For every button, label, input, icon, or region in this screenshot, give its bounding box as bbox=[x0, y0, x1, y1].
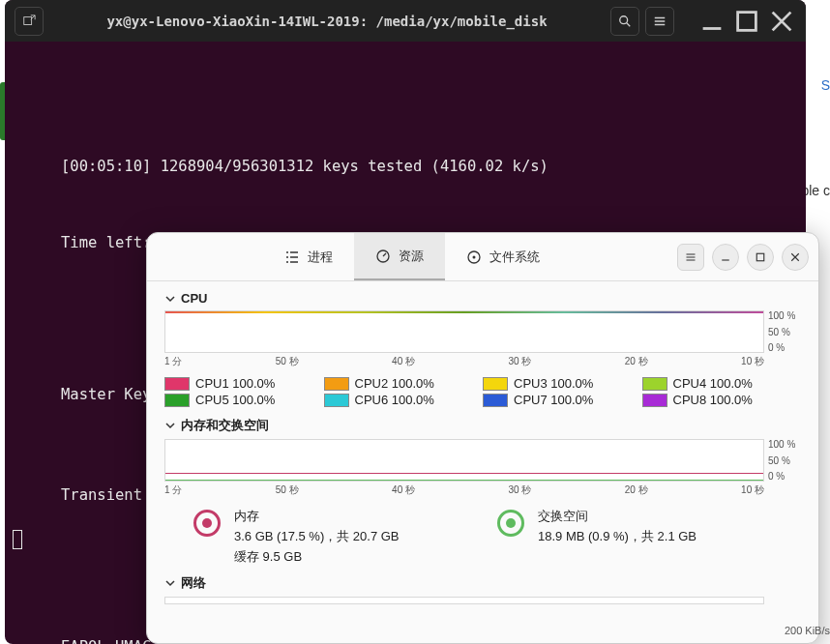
legend-text: CPU5 100.0% bbox=[195, 393, 275, 407]
xlab: 50 秒 bbox=[276, 483, 299, 497]
xlab: 10 秒 bbox=[741, 483, 764, 497]
ylab: 0 % bbox=[768, 471, 801, 482]
list-icon bbox=[284, 249, 300, 265]
menu-button[interactable] bbox=[645, 7, 674, 36]
swatch-icon bbox=[642, 377, 667, 391]
ylab: 50 % bbox=[768, 327, 801, 337]
ylab: 100 % bbox=[768, 439, 801, 450]
svg-point-5 bbox=[473, 255, 476, 258]
chevron-down-icon bbox=[164, 577, 176, 589]
mem-title: 内存和交换空间 bbox=[181, 417, 269, 434]
svg-rect-0 bbox=[24, 16, 32, 24]
maximize-button[interactable] bbox=[732, 7, 761, 36]
tab-label: 文件系统 bbox=[489, 249, 540, 266]
legend-text: CPU3 100.0% bbox=[514, 376, 593, 391]
tab-filesystems[interactable]: 文件系统 bbox=[445, 233, 561, 280]
mem-graph bbox=[164, 439, 764, 482]
terminal-cursor bbox=[13, 530, 22, 549]
gauge-icon bbox=[375, 249, 391, 264]
cpu-header[interactable]: CPU bbox=[164, 291, 801, 306]
side-link[interactable]: S bbox=[821, 77, 830, 93]
legend-text: CPU8 100.0% bbox=[673, 393, 753, 407]
ylab: 100 % bbox=[768, 310, 801, 321]
minimize-button[interactable] bbox=[697, 7, 726, 36]
swatch-icon bbox=[164, 377, 190, 391]
cpu-graph bbox=[164, 310, 764, 353]
sm-menu-button[interactable] bbox=[677, 244, 704, 271]
xlab: 10 秒 bbox=[741, 355, 764, 368]
swatch-icon bbox=[483, 394, 508, 407]
net-graph bbox=[164, 597, 764, 604]
xlab: 20 秒 bbox=[625, 355, 648, 368]
cpu-title: CPU bbox=[181, 291, 207, 306]
xlab: 50 秒 bbox=[276, 355, 299, 368]
swap-label: 交换空间 bbox=[538, 507, 697, 527]
svg-rect-2 bbox=[738, 12, 756, 30]
sm-minimize-button[interactable] bbox=[712, 244, 739, 271]
sm-maximize-button[interactable] bbox=[747, 244, 774, 271]
cpu-legend-item: CPU8 100.0% bbox=[642, 393, 802, 407]
tab-resources[interactable]: 资源 bbox=[354, 233, 445, 280]
legend-text: CPU2 100.0% bbox=[355, 376, 434, 391]
sm-body: CPU 100 % 50 % 0 % 1 分50 秒40 秒30 秒20 秒10… bbox=[147, 281, 818, 604]
xlab: 1 分 bbox=[164, 355, 182, 368]
xlab: 1 分 bbox=[164, 483, 182, 497]
legend-text: CPU4 100.0% bbox=[673, 376, 753, 391]
mem-usage: 3.6 GB (17.5 %)，共 20.7 GB bbox=[234, 527, 400, 547]
svg-rect-6 bbox=[756, 253, 764, 261]
ylab: 0 % bbox=[768, 342, 801, 353]
swatch-icon bbox=[324, 377, 349, 391]
legend-text: CPU7 100.0% bbox=[514, 393, 593, 407]
cpu-legend-item: CPU2 100.0% bbox=[324, 376, 484, 391]
cpu-legend-item: CPU1 100.0% bbox=[164, 376, 324, 391]
xlab: 20 秒 bbox=[625, 483, 648, 497]
xlab: 40 秒 bbox=[392, 355, 415, 368]
swap-block: 交换空间 18.9 MB (0.9 %)，共 2.1 GB bbox=[497, 507, 801, 567]
sm-header: 进程 资源 文件系统 bbox=[147, 233, 818, 281]
cpu-legend-item: CPU6 100.0% bbox=[324, 393, 484, 407]
new-tab-button[interactable] bbox=[15, 7, 44, 36]
close-button[interactable] bbox=[767, 7, 796, 36]
search-button[interactable] bbox=[610, 7, 639, 36]
terminal-titlebar: yx@yx-Lenovo-XiaoXin-14IWL-2019: /media/… bbox=[5, 0, 806, 42]
tab-label: 进程 bbox=[308, 249, 333, 266]
cpu-legend-item: CPU7 100.0% bbox=[483, 393, 642, 407]
xlab: 40 秒 bbox=[392, 483, 415, 497]
xlab: 30 秒 bbox=[508, 355, 531, 368]
svg-point-1 bbox=[620, 15, 628, 23]
sm-close-button[interactable] bbox=[782, 244, 809, 271]
swatch-icon bbox=[164, 394, 190, 407]
tab-label: 资源 bbox=[399, 248, 424, 265]
swap-gauge-icon bbox=[497, 510, 524, 537]
swatch-icon bbox=[324, 394, 349, 407]
swatch-icon bbox=[483, 377, 508, 391]
mem-cache: 缓存 9.5 GB bbox=[234, 547, 400, 568]
mem-label: 内存 bbox=[234, 507, 400, 527]
sm-tabs: 进程 资源 文件系统 bbox=[147, 233, 677, 280]
mem-gauge-icon bbox=[193, 510, 221, 537]
cpu-section: CPU 100 % 50 % 0 % 1 分50 秒40 秒30 秒20 秒10… bbox=[164, 291, 801, 409]
side-kb: 200 KiB/s bbox=[785, 625, 830, 636]
net-header[interactable]: 网络 bbox=[164, 574, 801, 592]
legend-text: CPU6 100.0% bbox=[355, 393, 434, 407]
net-title: 网络 bbox=[181, 574, 206, 592]
terminal-line: [00:05:10] 1268904/956301312 keys tested… bbox=[61, 154, 750, 179]
mem-block: 内存 3.6 GB (17.5 %)，共 20.7 GB 缓存 9.5 GB bbox=[193, 507, 497, 567]
chevron-down-icon bbox=[164, 293, 176, 305]
system-monitor-window: 进程 资源 文件系统 CPU 100 % 50 % 0 % bbox=[146, 232, 819, 644]
swap-usage: 18.9 MB (0.9 %)，共 2.1 GB bbox=[538, 527, 697, 547]
xlab: 30 秒 bbox=[508, 483, 531, 497]
legend-text: CPU1 100.0% bbox=[195, 376, 275, 391]
ylab: 50 % bbox=[768, 455, 801, 466]
tab-processes[interactable]: 进程 bbox=[263, 233, 354, 280]
swatch-icon bbox=[642, 394, 667, 407]
mem-section: 内存和交换空间 100 % 50 % 0 % 1 分50 秒40 秒30 秒20… bbox=[164, 417, 801, 567]
cpu-legend-item: CPU4 100.0% bbox=[642, 376, 802, 391]
cpu-legend-item: CPU3 100.0% bbox=[483, 376, 642, 391]
cpu-legend-item: CPU5 100.0% bbox=[164, 393, 324, 407]
chevron-down-icon bbox=[164, 420, 176, 431]
net-section: 网络 bbox=[164, 574, 801, 604]
terminal-title: yx@yx-Lenovo-XiaoXin-14IWL-2019: /media/… bbox=[49, 14, 605, 29]
disk-icon bbox=[466, 249, 482, 265]
mem-header[interactable]: 内存和交换空间 bbox=[164, 417, 801, 434]
